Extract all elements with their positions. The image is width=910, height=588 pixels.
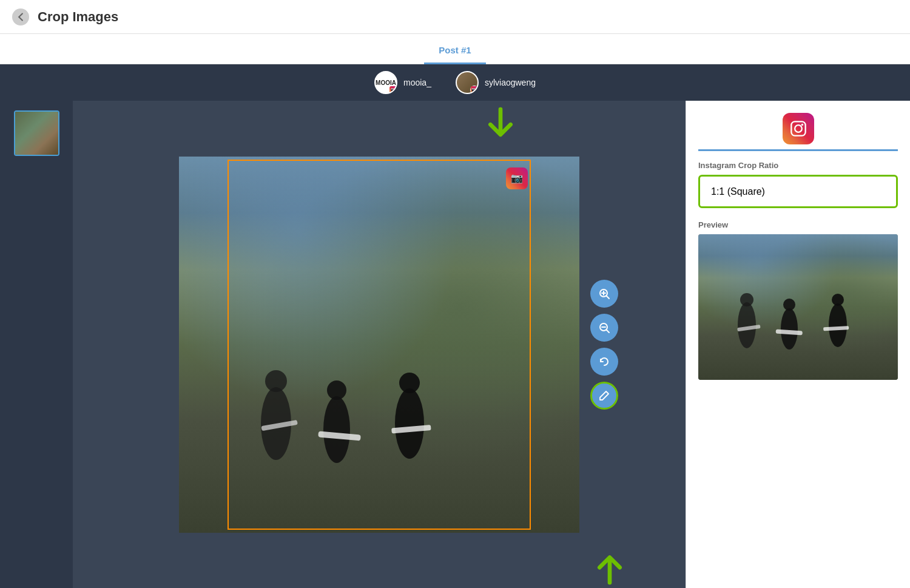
svg-point-23 — [783, 299, 795, 311]
back-button[interactable] — [12, 8, 29, 25]
svg-point-20 — [740, 293, 753, 306]
preview-label: Preview — [698, 220, 898, 229]
account-name-sylvia: sylviaogweng — [485, 78, 536, 87]
center-canvas: 📷 — [73, 101, 686, 588]
rotate-button[interactable] — [590, 348, 618, 376]
svg-point-7 — [399, 373, 420, 393]
right-panel: Instagram Crop Ratio 1:1 (Square) 4:5 (P… — [686, 101, 910, 588]
account-name-mooia: mooia_ — [403, 78, 431, 87]
svg-point-19 — [738, 302, 756, 348]
avatar-sylvia: 📷 — [456, 71, 479, 94]
instagram-logo — [783, 113, 814, 144]
svg-point-18 — [801, 124, 803, 126]
ig-badge-sylvia: 📷 — [470, 86, 479, 94]
account-mooia[interactable]: MOOIA 📷 mooia_ — [374, 71, 431, 94]
arrow-up-icon — [595, 550, 625, 585]
tool-buttons — [590, 280, 618, 410]
ig-badge-mooia: 📷 — [389, 86, 397, 94]
zoom-out-button[interactable] — [590, 314, 618, 342]
account-sylvia[interactable]: 📷 sylviaogweng — [456, 71, 536, 94]
ig-icon-on-image: 📷 — [506, 167, 528, 189]
crop-select-wrapper[interactable]: 1:1 (Square) 4:5 (Portrait) 1.91:1 (Land… — [698, 175, 898, 208]
avatar-mooia: MOOIA 📷 — [374, 71, 397, 94]
header: Crop Images — [0, 0, 910, 34]
svg-point-26 — [832, 294, 844, 306]
tab-post1[interactable]: Post #1 — [424, 38, 485, 64]
svg-point-17 — [795, 125, 802, 132]
svg-point-3 — [323, 396, 350, 463]
blue-divider — [698, 149, 898, 151]
image-container[interactable]: 📷 — [179, 157, 579, 533]
surfer-figures — [215, 302, 519, 484]
svg-line-10 — [607, 296, 610, 299]
page-title: Crop Images — [38, 9, 118, 25]
edit-button[interactable] — [590, 382, 618, 410]
svg-point-6 — [395, 388, 424, 459]
accounts-bar: MOOIA 📷 mooia_ 📷 sylviaogweng — [0, 64, 910, 101]
thumbnail-1[interactable] — [14, 110, 59, 156]
crop-ratio-select[interactable]: 1:1 (Square) 4:5 (Portrait) 1.91:1 (Land… — [701, 178, 890, 205]
svg-point-4 — [327, 380, 346, 400]
zoom-in-button[interactable] — [590, 280, 618, 308]
svg-point-25 — [829, 303, 847, 347]
left-panel — [0, 101, 73, 588]
main-image: 📷 — [179, 157, 579, 533]
preview-surfer-figures — [710, 252, 892, 362]
svg-point-22 — [781, 308, 798, 350]
crop-ratio-label: Instagram Crop Ratio — [698, 161, 898, 170]
tabs-row: Post #1 — [0, 34, 910, 64]
svg-line-14 — [607, 329, 610, 333]
arrow-down-icon — [485, 107, 516, 142]
svg-point-1 — [265, 370, 287, 392]
main-layout: 📷 — [0, 101, 910, 588]
ig-logo-row — [698, 113, 898, 144]
svg-rect-16 — [791, 121, 805, 135]
preview-image — [698, 234, 898, 380]
